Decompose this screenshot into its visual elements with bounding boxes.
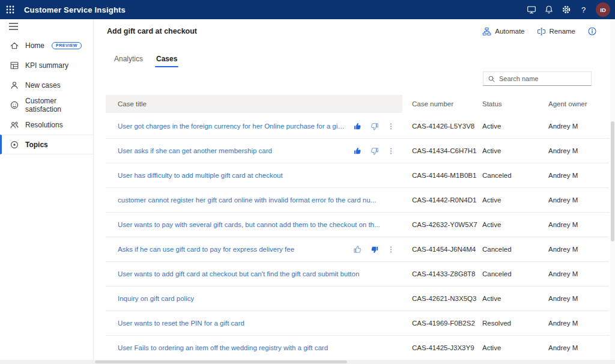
table-row[interactable]: Asks if he can use gift card to pay for … <box>106 237 609 262</box>
sidebar-item-new-cases[interactable]: New cases <box>0 75 93 95</box>
more-options-icon[interactable] <box>387 245 395 254</box>
table-row[interactable]: User got charges in the foreign currency… <box>106 114 609 139</box>
case-table: Case title Case number Status Agent owne… <box>106 95 609 360</box>
sidebar-item-label: Resolutions <box>25 121 63 129</box>
sidebar-item-label: Customer satisfaction <box>25 97 93 114</box>
sidebar-nav-list: Home PREVIEW KPI summary New cases C <box>0 35 93 154</box>
sidebar-item-home[interactable]: Home PREVIEW <box>0 35 93 55</box>
case-title-cell: Asks if he can use gift card to pay for … <box>106 245 412 254</box>
header-actions: Automate Rename <box>482 26 597 36</box>
more-options-icon[interactable] <box>387 122 395 131</box>
thumbs-up-icon[interactable] <box>353 122 362 131</box>
status-cell: Active <box>482 147 548 154</box>
table-row[interactable]: User Fails to ordering an item off the w… <box>106 336 609 360</box>
case-number-cell: CAS-41425-J3X3Y9 <box>412 344 482 351</box>
sidebar-item-topics[interactable]: Topics <box>0 135 93 154</box>
status-cell: Active <box>482 221 548 228</box>
thumbs-up-icon[interactable] <box>353 147 362 156</box>
automate-label: Automate <box>495 28 524 35</box>
case-table-body: User got charges in the foreign currency… <box>106 114 609 360</box>
page-title: Add gift card at checkout <box>107 27 197 35</box>
notifications-bell-icon[interactable] <box>540 0 557 19</box>
app-launcher-waffle-icon[interactable] <box>0 0 20 19</box>
feedback-group <box>345 147 395 156</box>
sidebar-item-resolutions[interactable]: Resolutions <box>0 115 93 135</box>
customer-satisfaction-icon <box>10 100 19 110</box>
feedback-group <box>345 245 395 254</box>
user-avatar[interactable]: ID <box>596 2 610 17</box>
kpi-summary-icon <box>10 61 19 70</box>
case-title-cell: Inquiry on gift card policy <box>106 295 412 302</box>
case-title-link[interactable]: User wants to reset the PIN for a gift c… <box>118 320 244 327</box>
thumbs-down-icon[interactable] <box>370 122 379 131</box>
home-icon <box>10 41 19 50</box>
app-title: Customer Service Insights <box>24 5 126 14</box>
column-header-case-title[interactable]: Case title <box>106 95 402 113</box>
tab-analytics[interactable]: Analytics <box>112 53 145 64</box>
hamburger-menu-icon[interactable] <box>0 19 93 34</box>
status-cell: Active <box>482 295 548 302</box>
status-cell: Active <box>482 196 548 204</box>
tab-bar: Analytics Cases <box>112 51 615 67</box>
status-cell: Active <box>482 123 548 130</box>
preview-badge: PREVIEW <box>52 42 82 49</box>
case-title-link[interactable]: Inquiry on gift card policy <box>118 295 194 302</box>
thumbs-down-icon[interactable] <box>370 147 379 156</box>
search-box[interactable] <box>483 71 592 86</box>
table-row[interactable]: customer cannot register her gift card o… <box>106 188 609 213</box>
case-number-cell: CAS-41426-L5Y3V8 <box>412 123 482 130</box>
search-input[interactable] <box>499 75 587 82</box>
table-row[interactable]: User asks if she can get another members… <box>106 139 609 163</box>
agent-cell: Andrey M <box>548 221 609 228</box>
automate-button[interactable]: Automate <box>482 27 524 36</box>
sidebar-item-label: Topics <box>25 141 48 149</box>
info-icon[interactable] <box>587 26 597 36</box>
new-cases-icon <box>10 80 19 90</box>
case-title-cell: User wants to add gift card at checkout … <box>106 270 412 278</box>
case-number-cell: CAS-41969-F0B2S2 <box>412 320 482 327</box>
sidebar-item-customer-satisfaction[interactable]: Customer satisfaction <box>0 95 93 115</box>
more-options-icon[interactable] <box>387 147 395 156</box>
sidebar-item-kpi-summary[interactable]: KPI summary <box>0 55 93 75</box>
table-row[interactable]: User wants to add gift card at checkout … <box>106 262 609 287</box>
case-title-link[interactable]: User got charges in the foreign currency… <box>118 123 345 130</box>
case-title-link[interactable]: Asks if he can use gift card to pay for … <box>118 246 294 253</box>
column-header-case-number[interactable]: Case number <box>412 100 482 108</box>
horizontal-scrollbar[interactable] <box>0 360 615 364</box>
agent-cell: Andrey M <box>548 196 609 204</box>
table-row[interactable]: User wants to pay with several gift card… <box>106 213 609 237</box>
vertical-scrollbar[interactable] <box>610 19 615 360</box>
agent-cell: Andrey M <box>548 246 609 253</box>
table-row[interactable]: User wants to reset the PIN for a gift c… <box>106 311 609 336</box>
case-number-cell: CAS-41434-C6H7H1 <box>412 147 482 154</box>
table-row[interactable]: Inquiry on gift card policy CAS-42621-N3… <box>106 287 609 311</box>
presenter-screen-icon[interactable] <box>523 0 540 19</box>
column-header-agent-owner[interactable]: Agent owner <box>548 100 609 108</box>
case-title-link[interactable]: User has difficulty to add multiple gift… <box>118 172 283 179</box>
vertical-scrollbar-thumb[interactable] <box>611 121 614 241</box>
horizontal-scrollbar-thumb[interactable] <box>95 360 347 363</box>
search-icon <box>488 75 495 83</box>
case-title-link[interactable]: User wants to add gift card at checkout … <box>118 270 359 278</box>
tab-cases[interactable]: Cases <box>154 53 179 64</box>
case-title-link[interactable]: User Fails to ordering an item off the w… <box>118 344 328 351</box>
help-icon[interactable]: ? <box>575 0 592 19</box>
thumbs-down-icon[interactable] <box>370 245 379 254</box>
table-header-row: Case title Case number Status Agent owne… <box>106 95 609 113</box>
settings-gear-icon[interactable] <box>557 0 575 19</box>
table-row[interactable]: User has difficulty to add multiple gift… <box>106 163 609 188</box>
case-number-cell: CAS-42621-N3X5Q3 <box>412 295 482 302</box>
case-title-cell: User asks if she can get another members… <box>106 147 412 156</box>
case-title-cell: customer cannot register her gift card o… <box>106 196 412 204</box>
thumbs-up-icon[interactable] <box>353 245 362 254</box>
rename-button[interactable]: Rename <box>537 27 575 36</box>
case-title-link[interactable]: User wants to pay with several gift card… <box>118 221 380 228</box>
status-cell: Canceled <box>482 270 548 278</box>
column-header-status[interactable]: Status <box>482 100 548 108</box>
case-title-link[interactable]: customer cannot register her gift card o… <box>118 196 376 204</box>
rename-icon <box>537 27 546 36</box>
case-title-link[interactable]: User asks if she can get another members… <box>118 147 272 154</box>
agent-cell: Andrey M <box>548 147 609 154</box>
case-number-cell: CAS-42632-Y0W5X7 <box>412 221 482 228</box>
agent-cell: Andrey M <box>548 295 609 302</box>
